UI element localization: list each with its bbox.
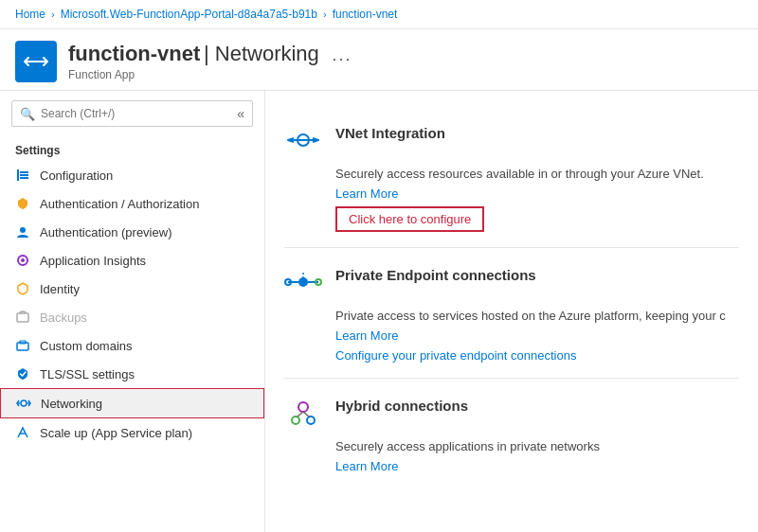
hybrid-title: Hybrid connections [335, 394, 468, 414]
sidebar-item-backups[interactable]: Backups [0, 303, 264, 331]
networking-icon [16, 396, 31, 411]
vnet-header: VNet Integration [284, 121, 739, 159]
private-endpoint-header: Private Endpoint connections [284, 263, 739, 301]
breadcrumb-page[interactable]: function-vnet [333, 8, 398, 21]
sidebar-item-identity[interactable]: Identity [0, 275, 264, 303]
breadcrumb-home[interactable]: Home [15, 8, 45, 21]
main-layout: 🔍 « Settings Configuration Authenticatio… [0, 91, 758, 532]
sidebar-item-networking[interactable]: Networking [0, 388, 264, 418]
domains-icon [15, 338, 30, 353]
sidebar-item-auth-authorization[interactable]: Authentication / Authorization [0, 189, 264, 218]
sidebar-item-label: Configuration [40, 168, 249, 183]
private-endpoint-configure-link[interactable]: Configure your private endpoint connecti… [284, 348, 739, 363]
sidebar-item-label: Backups [40, 310, 249, 325]
svg-point-23 [307, 417, 315, 424]
function-app-icon [23, 48, 49, 75]
breadcrumb-resource[interactable]: Microsoft.Web-FunctionApp-Portal-d8a4a7a… [61, 8, 317, 21]
svg-rect-3 [20, 174, 28, 176]
vnet-desc: Securely access resources available in o… [284, 167, 739, 181]
hybrid-icon [284, 394, 322, 432]
private-endpoint-icon [284, 263, 322, 301]
hybrid-desc: Securely access applications in private … [284, 439, 739, 453]
vnet-icon [284, 121, 322, 159]
sidebar-section-settings: Settings [0, 136, 264, 161]
search-icon: 🔍 [20, 107, 35, 121]
sidebar-item-label: Scale up (App Service plan) [40, 426, 249, 440]
private-endpoint-desc: Private access to services hosted on the… [284, 309, 739, 323]
vnet-integration-section: VNet Integration Securely access resourc… [284, 106, 739, 248]
svg-point-7 [21, 258, 25, 262]
app-icon [15, 41, 57, 82]
sidebar-item-label: TLS/SSL settings [40, 367, 249, 381]
svg-rect-8 [17, 313, 28, 322]
vnet-configure-button[interactable]: Click here to configure [335, 206, 484, 232]
hybrid-header: Hybrid connections [284, 394, 739, 432]
tls-icon [15, 366, 30, 381]
sidebar-item-app-insights[interactable]: Application Insights [0, 246, 264, 275]
configuration-icon [15, 168, 30, 183]
identity-icon [15, 281, 30, 296]
sidebar-item-configuration[interactable]: Configuration [0, 161, 264, 189]
header-more-dots[interactable]: ... [332, 45, 352, 64]
sidebar-item-custom-domains[interactable]: Custom domains [0, 331, 264, 360]
svg-point-22 [292, 417, 299, 424]
auth-preview-icon [15, 224, 30, 239]
svg-point-5 [20, 227, 26, 233]
header-text: function-vnet | Networking ... Function … [68, 42, 352, 81]
sidebar-item-label: Identity [40, 282, 249, 296]
collapse-button[interactable]: « [237, 106, 244, 121]
backups-icon [15, 310, 30, 325]
svg-rect-1 [17, 169, 19, 181]
insights-icon [15, 253, 30, 268]
sidebar-item-auth-preview[interactable]: Authentication (preview) [0, 218, 264, 246]
breadcrumb: Home › Microsoft.Web-FunctionApp-Portal-… [0, 0, 758, 29]
vnet-title: VNet Integration [335, 121, 445, 141]
search-input[interactable] [41, 107, 231, 120]
auth-icon [15, 196, 30, 211]
sidebar-item-label: Application Insights [40, 254, 249, 268]
sidebar-item-tls-ssl[interactable]: TLS/SSL settings [0, 360, 264, 388]
page-header: function-vnet | Networking ... Function … [0, 29, 758, 91]
svg-point-11 [21, 400, 27, 406]
svg-point-21 [298, 402, 308, 412]
svg-point-15 [298, 277, 308, 287]
svg-line-25 [303, 412, 309, 417]
breadcrumb-sep-2: › [323, 9, 327, 20]
page-title: function-vnet | Networking ... [68, 42, 352, 66]
private-endpoint-section: Private Endpoint connections Private acc… [284, 248, 739, 379]
scale-icon [15, 425, 30, 440]
vnet-learn-more[interactable]: Learn More [284, 186, 739, 201]
sidebar-item-scale-up[interactable]: Scale up (App Service plan) [0, 418, 264, 447]
main-content: VNet Integration Securely access resourc… [265, 91, 758, 532]
svg-rect-4 [20, 177, 28, 179]
sidebar-item-label: Custom domains [40, 339, 249, 353]
breadcrumb-sep-1: › [51, 9, 55, 20]
sidebar: 🔍 « Settings Configuration Authenticatio… [0, 91, 265, 532]
header-subtitle: Function App [68, 68, 352, 81]
private-endpoint-learn-more[interactable]: Learn More [284, 328, 739, 343]
sidebar-item-label: Authentication / Authorization [40, 197, 249, 211]
private-endpoint-title: Private Endpoint connections [335, 263, 536, 283]
sidebar-item-label: Networking [41, 397, 248, 411]
sidebar-item-label: Authentication (preview) [40, 225, 249, 239]
hybrid-connections-section: Hybrid connections Securely access appli… [284, 379, 739, 494]
svg-rect-2 [20, 171, 28, 173]
svg-line-24 [298, 412, 303, 417]
search-container[interactable]: 🔍 « [11, 100, 253, 127]
hybrid-learn-more[interactable]: Learn More [284, 459, 739, 473]
